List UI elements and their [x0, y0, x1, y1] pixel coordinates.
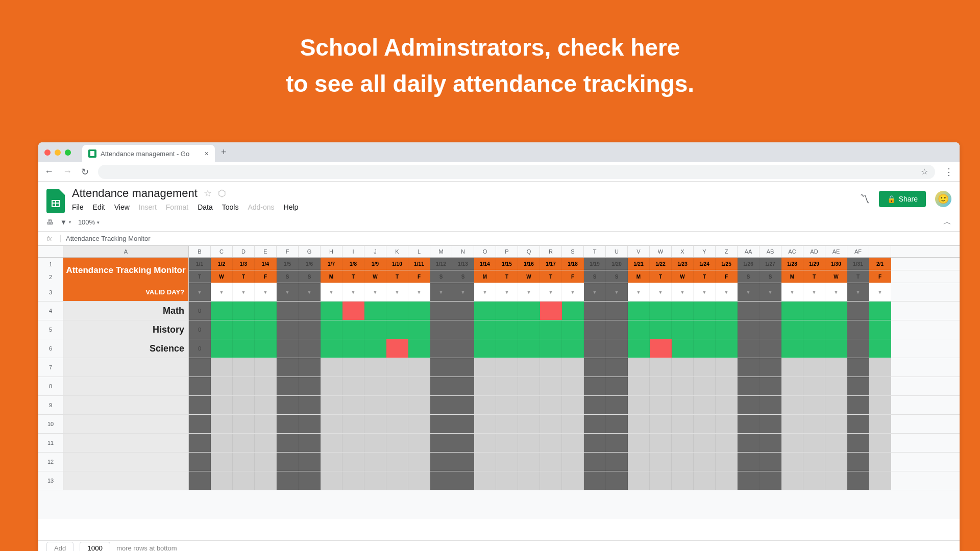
empty-cell[interactable] [364, 396, 386, 414]
empty-cell[interactable] [847, 396, 869, 414]
empty-cell[interactable] [386, 453, 408, 471]
empty-cell[interactable] [430, 471, 452, 490]
attendance-cell[interactable] [474, 302, 496, 320]
empty-cell[interactable] [211, 471, 233, 490]
column-header[interactable]: O [474, 246, 496, 257]
activity-icon[interactable]: 〽 [860, 193, 870, 205]
column-header[interactable]: AF [847, 246, 869, 257]
empty-cell[interactable] [628, 434, 650, 452]
empty-cell[interactable] [847, 377, 869, 395]
attendance-cell[interactable] [738, 302, 760, 320]
empty-cell[interactable] [825, 377, 847, 395]
empty-cell[interactable] [211, 453, 233, 471]
empty-cell[interactable] [518, 434, 540, 452]
empty-cell[interactable] [63, 471, 189, 490]
empty-cell[interactable] [803, 453, 825, 471]
attendance-cell[interactable] [321, 302, 342, 320]
date-cell[interactable]: 1/3 [233, 258, 255, 270]
empty-cell[interactable] [869, 453, 891, 471]
empty-cell[interactable] [650, 415, 672, 433]
avatar[interactable]: 🙂 [935, 191, 951, 207]
minimize-window-icon[interactable] [55, 149, 61, 156]
valid-day-dropdown[interactable]: ▼ [825, 283, 847, 301]
attendance-cell[interactable] [277, 302, 299, 320]
attendance-cell[interactable] [386, 339, 408, 358]
empty-cell[interactable] [452, 471, 474, 490]
empty-cell[interactable] [189, 377, 211, 395]
attendance-cell[interactable] [321, 320, 342, 339]
empty-cell[interactable] [781, 453, 803, 471]
menu-view[interactable]: View [114, 203, 130, 211]
empty-cell[interactable] [408, 434, 430, 452]
attendance-cell[interactable] [847, 339, 869, 358]
attendance-cell[interactable] [386, 302, 408, 320]
empty-cell[interactable] [781, 471, 803, 490]
row-header[interactable]: 12 [38, 453, 63, 471]
empty-cell[interactable] [781, 434, 803, 452]
empty-cell[interactable] [803, 471, 825, 490]
attendance-cell[interactable] [562, 320, 584, 339]
day-cell[interactable]: T [386, 270, 408, 283]
empty-cell[interactable] [694, 358, 716, 377]
empty-cell[interactable] [628, 471, 650, 490]
empty-cell[interactable] [342, 471, 364, 490]
empty-cell[interactable] [694, 471, 716, 490]
empty-cell[interactable] [386, 358, 408, 377]
valid-day-dropdown[interactable]: ▼ [672, 283, 694, 301]
day-cell[interactable]: S [760, 270, 781, 283]
valid-day-dropdown[interactable]: ▼ [584, 283, 606, 301]
row-header[interactable]: 9 [38, 396, 63, 414]
day-cell[interactable]: F [869, 270, 891, 283]
empty-cell[interactable] [803, 396, 825, 414]
attendance-cell[interactable] [342, 302, 364, 320]
empty-cell[interactable] [847, 358, 869, 377]
valid-day-dropdown[interactable]: ▼ [760, 283, 781, 301]
attendance-cell[interactable] [496, 302, 518, 320]
title-cell[interactable]: Attendance Tracking Monitor [63, 258, 189, 283]
empty-cell[interactable] [825, 358, 847, 377]
empty-cell[interactable] [606, 471, 628, 490]
day-cell[interactable]: S [430, 270, 452, 283]
empty-cell[interactable] [650, 377, 672, 395]
empty-cell[interactable] [474, 415, 496, 433]
day-cell[interactable]: W [211, 270, 233, 283]
menu-add-ons[interactable]: Add-ons [248, 203, 274, 211]
attendance-cell[interactable] [584, 302, 606, 320]
attendance-cell[interactable] [342, 320, 364, 339]
empty-cell[interactable] [518, 415, 540, 433]
empty-cell[interactable] [211, 358, 233, 377]
menu-edit[interactable]: Edit [93, 203, 105, 211]
column-header[interactable]: X [672, 246, 694, 257]
column-header[interactable]: R [540, 246, 562, 257]
attendance-cell[interactable] [452, 320, 474, 339]
valid-day-dropdown[interactable]: ▼ [650, 283, 672, 301]
empty-cell[interactable] [189, 453, 211, 471]
valid-day-dropdown[interactable]: ▼ [342, 283, 364, 301]
empty-cell[interactable] [716, 377, 738, 395]
empty-cell[interactable] [716, 471, 738, 490]
select-all-corner[interactable] [38, 246, 63, 257]
day-cell[interactable]: M [628, 270, 650, 283]
valid-day-dropdown[interactable]: ▼ [606, 283, 628, 301]
attendance-cell[interactable] [364, 302, 386, 320]
day-cell[interactable]: S [299, 270, 321, 283]
date-cell[interactable]: 2/1 [869, 258, 891, 270]
attendance-cell[interactable] [255, 320, 277, 339]
valid-day-dropdown[interactable]: ▼ [408, 283, 430, 301]
date-cell[interactable]: 1/7 [321, 258, 342, 270]
day-cell[interactable]: T [847, 270, 869, 283]
move-doc-icon[interactable]: ⬡ [218, 188, 226, 199]
empty-cell[interactable] [255, 377, 277, 395]
attendance-cell[interactable] [277, 320, 299, 339]
star-icon[interactable]: ☆ [921, 167, 928, 177]
column-header[interactable]: E [255, 246, 277, 257]
empty-cell[interactable] [63, 453, 189, 471]
empty-cell[interactable] [386, 471, 408, 490]
date-cell[interactable]: 1/10 [386, 258, 408, 270]
empty-cell[interactable] [803, 377, 825, 395]
empty-cell[interactable] [408, 396, 430, 414]
empty-cell[interactable] [496, 396, 518, 414]
column-header[interactable]: AB [760, 246, 781, 257]
attendance-cell[interactable]: 0 [189, 339, 211, 358]
row-header[interactable]: 2 [38, 270, 63, 283]
